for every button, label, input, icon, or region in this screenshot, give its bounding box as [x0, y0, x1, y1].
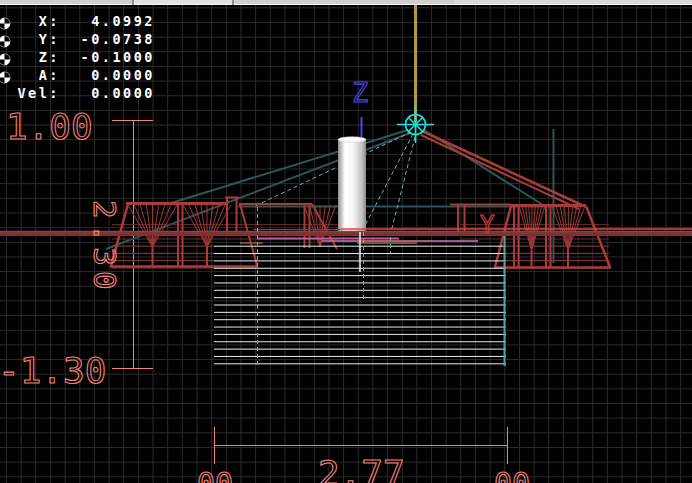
z-axis-label: Z [352, 77, 368, 108]
dim-width-x: 2.77 [318, 453, 405, 483]
dim-partial-right: 00 [494, 466, 530, 483]
dim-span-z: 2.30 [87, 200, 123, 295]
toolpath-viewport[interactable]: X: 4.0992 Y: -0.0738 Z: -0.1000 A: 0.000… [0, 0, 692, 483]
toolpath-feed-diagonals [421, 131, 584, 209]
dimension-labels: 1.00 2.30 -1.30 2.77 00 00 [0, 106, 530, 483]
cone-fan-lines-right [519, 206, 585, 250]
tool-cylinder [338, 137, 366, 232]
toolpath-canvas: Z Y 1.00 2.30 -1.30 2.77 00 00 [0, 0, 692, 483]
toolpath-traverse-lines [106, 129, 554, 263]
dim-partial-left: 00 [197, 466, 233, 483]
dim-bottom-z: -1.30 [0, 350, 106, 391]
dim-top-z: 1.00 [6, 106, 93, 147]
y-axis-label: Y [480, 211, 495, 239]
